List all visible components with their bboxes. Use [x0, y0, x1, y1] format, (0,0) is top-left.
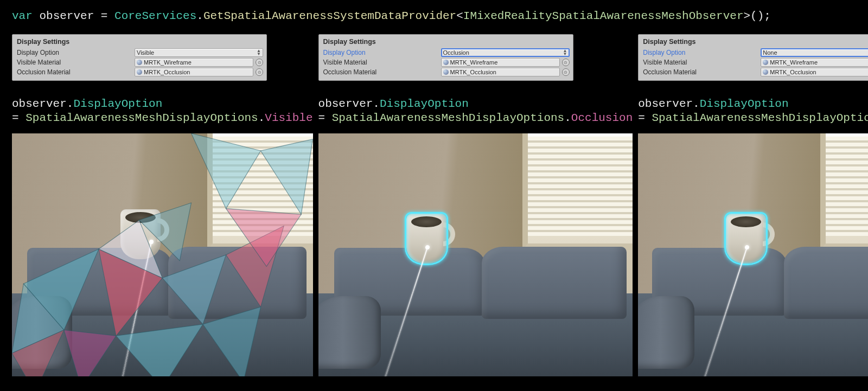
dropdown-value: Occlusion [443, 49, 469, 56]
hologram-outline [405, 212, 448, 265]
object-field-occlusion-material[interactable]: MRTK_Occlusion [761, 68, 868, 76]
inspector-title: Display Settings [16, 37, 263, 48]
hologram-mug [120, 209, 161, 259]
inspector-panel: Display SettingsDisplay OptionNone▲▼Visi… [638, 34, 868, 81]
blinds [528, 137, 633, 236]
label-display-option: Display Option [322, 49, 439, 56]
object-field-value: MRTK_Occlusion [144, 69, 190, 75]
object-field-value: MRTK_Wireframe [450, 59, 498, 66]
object-field-visible-material[interactable]: MRTK_Wireframe [441, 58, 560, 67]
dropdown-arrows-icon: ▲▼ [257, 49, 261, 56]
ident-observer: observer [39, 10, 94, 22]
kw-var: var [12, 10, 33, 22]
object-picker-icon[interactable]: ⊙ [562, 68, 570, 76]
dropdown-display-option[interactable]: None▲▼ [761, 48, 868, 57]
label-display-option: Display Option [642, 49, 758, 56]
object-field-occlusion-material[interactable]: MRTK_Occlusion [441, 68, 560, 76]
object-picker-icon[interactable]: ⊙ [256, 68, 263, 76]
object-field-value: MRTK_Wireframe [770, 59, 818, 66]
dropdown-value: None [763, 49, 777, 56]
label-visible-material: Visible Material [322, 59, 439, 66]
label-display-option: Display Option [16, 49, 132, 56]
material-sphere-icon [443, 69, 449, 75]
type-coreservices: CoreServices [114, 10, 196, 22]
preview-scene [318, 133, 633, 376]
material-sphere-icon [137, 69, 142, 75]
inspector-title: Display Settings [642, 37, 868, 48]
code-block: observer.DisplayOption= SpatialAwareness… [318, 97, 633, 126]
method-get: GetSpatialAwarenessSystemDataProvider [203, 10, 456, 22]
material-sphere-icon [443, 60, 449, 65]
dropdown-display-option[interactable]: Occlusion▲▼ [441, 48, 570, 57]
blinds [213, 137, 312, 236]
object-field-occlusion-material[interactable]: MRTK_Occlusion [135, 68, 253, 76]
code-block: observer.DisplayOption= SpatialAwareness… [12, 97, 313, 126]
inspector-panel: Display SettingsDisplay OptionVisible▲▼V… [12, 34, 267, 81]
hologram-mug [726, 214, 766, 264]
material-sphere-icon [137, 60, 142, 65]
code-block: observer.DisplayOption= SpatialAwareness… [638, 97, 868, 126]
object-field-value: MRTK_Occlusion [770, 69, 816, 75]
label-occlusion-material: Occlusion Material [16, 68, 132, 76]
label-occlusion-material: Occlusion Material [322, 68, 439, 76]
column-0: Display SettingsDisplay OptionVisible▲▼V… [12, 34, 318, 376]
material-sphere-icon [763, 69, 768, 75]
column-2: Display SettingsDisplay OptionNone▲▼Visi… [638, 34, 868, 376]
object-picker-icon[interactable]: ⊙ [256, 59, 263, 66]
preview-scene [12, 133, 313, 376]
dropdown-value: Visible [137, 49, 154, 56]
object-field-visible-material[interactable]: MRTK_Wireframe [135, 58, 253, 67]
couch [318, 226, 633, 376]
inspector-title: Display Settings [322, 37, 570, 48]
object-field-value: MRTK_Wireframe [144, 59, 192, 66]
code-line-top: var observer = CoreServices.GetSpatialAw… [0, 0, 868, 28]
object-field-value: MRTK_Occlusion [450, 69, 496, 75]
label-visible-material: Visible Material [642, 59, 758, 66]
label-visible-material: Visible Material [16, 59, 132, 66]
label-occlusion-material: Occlusion Material [642, 68, 758, 76]
couch [12, 226, 313, 376]
object-field-visible-material[interactable]: MRTK_Wireframe [761, 58, 868, 67]
object-picker-icon[interactable]: ⊙ [562, 59, 570, 66]
columns: Display SettingsDisplay OptionVisible▲▼V… [0, 28, 868, 376]
preview-scene [638, 133, 868, 376]
type-interface: IMixedRealitySpatialAwarenessMeshObserve… [463, 10, 744, 22]
hologram-mug [406, 214, 446, 264]
dropdown-arrows-icon: ▲▼ [563, 49, 567, 56]
dropdown-display-option[interactable]: Visible▲▼ [135, 48, 263, 57]
inspector-panel: Display SettingsDisplay OptionOcclusion▲… [318, 34, 573, 81]
material-sphere-icon [763, 60, 768, 65]
blinds [826, 137, 868, 236]
hologram-outline [724, 212, 768, 265]
column-1: Display SettingsDisplay OptionOcclusion▲… [318, 34, 639, 376]
